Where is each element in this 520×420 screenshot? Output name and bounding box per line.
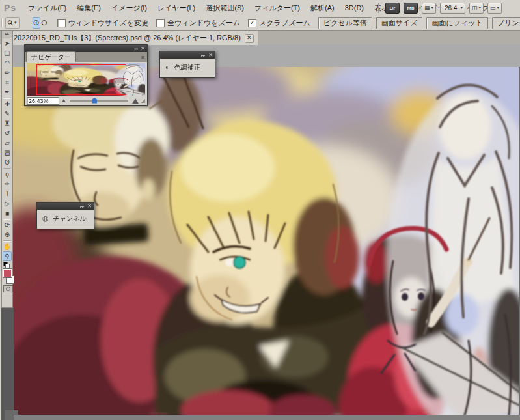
tools-separator: [3, 219, 11, 219]
screen-mode-button[interactable]: ▭ ▾: [487, 3, 502, 14]
close-icon[interactable]: ✕: [208, 53, 213, 58]
zoom-out-mountain-icon[interactable]: [62, 99, 66, 102]
chevron-down-icon: ▾: [14, 20, 17, 25]
path-selection-tool[interactable]: ▷: [2, 199, 12, 208]
move-tool[interactable]: ➤: [2, 38, 12, 48]
canvas-artwork[interactable]: [13, 67, 520, 415]
checkbox-icon[interactable]: [57, 19, 66, 27]
lasso-tool[interactable]: ◠: [2, 58, 12, 68]
tool-options-bar: ⚲ ▾ ⊕ ⊖ ウィンドウサイズを変更 全ウィンドウをズーム ✓ スクラブズーム…: [0, 16, 520, 31]
chevron-down-icon: ▾: [460, 5, 463, 10]
eraser-tool[interactable]: ▱: [2, 138, 12, 148]
channels-label: チャンネル: [53, 214, 87, 223]
adjustments-panel-header[interactable]: ▸▸ ✕: [160, 51, 215, 59]
navigator-zoom-input[interactable]: 26.43%: [27, 97, 59, 105]
eyedropper-tool[interactable]: ✒: [2, 87, 12, 97]
slider-thumb[interactable]: [92, 98, 97, 104]
menu-filter[interactable]: フィルター(T): [249, 0, 305, 16]
resize-windows-checkbox[interactable]: ウィンドウサイズを変更: [57, 18, 148, 28]
history-brush-tool[interactable]: ↺: [2, 128, 12, 138]
tools-panel: ▸▸ ➤ ▢ ◠ ✏ ⌗ ✒ ✚ ✎ ♜ ↺ ▱ ▧ ʘ ϙ ✑ T ▷ ■ ⟳…: [1, 30, 13, 308]
document-tab-bar: 20220915_RD_THs【3】(Spectres).psd @ 26.4%…: [0, 30, 520, 44]
brush-tool[interactable]: ✎: [2, 109, 12, 119]
collapse-icon[interactable]: ◂◂: [133, 47, 137, 51]
quick-selection-tool[interactable]: ✏: [2, 68, 12, 77]
navigator-thumbnail[interactable]: [27, 63, 145, 96]
tools-panel-grip[interactable]: ▸▸: [2, 31, 12, 38]
menu-image[interactable]: イメージ(I): [106, 0, 152, 16]
channels-panel-button[interactable]: ◍ チャンネル: [37, 210, 94, 227]
healing-brush-tool[interactable]: ✚: [2, 99, 12, 109]
tools-separator: [3, 168, 11, 169]
checkbox-label: スクラブズーム: [259, 18, 310, 28]
screen-mode-icon: ▭: [490, 5, 496, 11]
magnifier-icon: ⚲: [6, 18, 14, 27]
gradient-tool[interactable]: ▧: [2, 148, 12, 158]
clone-stamp-tool[interactable]: ♜: [2, 119, 12, 128]
menu-3d[interactable]: 3D(D): [340, 0, 369, 16]
adjustments-panel-button[interactable]: ◐ 色調補正: [160, 59, 215, 76]
3d-rotate-tool[interactable]: ⟳: [2, 220, 12, 230]
pen-tool[interactable]: ✑: [2, 179, 12, 189]
menu-file[interactable]: ファイル(F): [23, 0, 72, 16]
options-grip: [1, 18, 3, 27]
zoom-all-windows-checkbox[interactable]: 全ウィンドウをズーム: [156, 18, 240, 28]
checkbox-icon[interactable]: ✓: [248, 19, 256, 27]
collapse-icon[interactable]: ▸▸: [80, 204, 84, 208]
navigator-view-box[interactable]: [36, 64, 127, 95]
menu-analysis[interactable]: 解析(A): [305, 0, 340, 16]
shape-tool[interactable]: ■: [2, 208, 12, 218]
pasteboard-left-strip: [1, 308, 14, 420]
channels-panel-header[interactable]: ▸▸ ✕: [37, 203, 94, 210]
document-title: 20220915_RD_THs【3】(Spectres).psd @ 26.4%…: [14, 33, 241, 43]
current-tool-dropdown[interactable]: ⚲ ▾: [5, 17, 20, 29]
fill-screen-button[interactable]: 画面にフィット: [426, 17, 487, 29]
navigator-controls: 26.43% ◢: [25, 96, 147, 105]
scrubby-zoom-checkbox[interactable]: ✓ スクラブズーム: [248, 18, 310, 28]
document-tab[interactable]: 20220915_RD_THs【3】(Spectres).psd @ 26.4%…: [9, 31, 258, 45]
launch-mini-bridge-button[interactable]: Mb: [404, 3, 418, 14]
zoom-level-value[interactable]: 26.4: [443, 5, 459, 12]
zoom-level-control[interactable]: 26.4 ▾: [440, 3, 465, 14]
horizontal-scrollbar[interactable]: [14, 415, 520, 420]
close-icon[interactable]: ✕: [87, 204, 92, 209]
resize-grip-icon[interactable]: ◢: [141, 98, 145, 104]
quick-mask-button[interactable]: [3, 285, 13, 292]
menu-layer[interactable]: レイヤー(L): [152, 0, 200, 16]
navigator-zoom-slider[interactable]: [70, 100, 128, 102]
zoom-in-mountain-icon[interactable]: [132, 98, 139, 104]
menu-edit[interactable]: 編集(E): [72, 0, 106, 16]
fit-screen-button[interactable]: 画面サイズ: [376, 17, 423, 29]
dodge-tool[interactable]: ϙ: [2, 169, 12, 179]
navigator-tab[interactable]: ナビゲーター: [26, 51, 76, 62]
navigator-panel: ◂◂ ✕ ナビゲーター ≡ 26.43% ◢: [24, 44, 148, 106]
collapse-icon[interactable]: ▸▸: [201, 53, 205, 57]
close-icon[interactable]: ✕: [245, 34, 254, 43]
photoshop-logo: Ps: [4, 3, 16, 13]
actual-pixels-button[interactable]: ピクセル等倍: [318, 17, 372, 29]
zoom-out-button[interactable]: ⊖: [40, 17, 48, 29]
3d-orbit-tool[interactable]: ⊕: [2, 230, 12, 240]
crop-tool[interactable]: ⌗: [2, 77, 12, 87]
launch-bridge-button[interactable]: Br: [385, 3, 400, 14]
color-wells: [2, 261, 12, 292]
chevron-down-icon: ▾: [478, 5, 481, 10]
panel-menu-icon[interactable]: ≡: [141, 55, 144, 61]
foreground-color-swatch[interactable]: [3, 268, 12, 278]
zoom-in-button[interactable]: ⊕: [33, 17, 40, 29]
blur-tool[interactable]: ʘ: [2, 158, 12, 167]
marquee-tool[interactable]: ▢: [2, 48, 12, 58]
type-tool[interactable]: T: [2, 189, 12, 199]
chevron-down-icon: ▾: [431, 5, 433, 10]
view-extras-icon: ▦: [424, 5, 430, 11]
view-extras-button[interactable]: ▦ ▾: [422, 3, 436, 14]
menu-select[interactable]: 選択範囲(S): [200, 0, 249, 16]
print-size-button[interactable]: プリントサイズ: [492, 17, 520, 29]
checkbox-icon[interactable]: [156, 19, 165, 27]
default-colors-icon[interactable]: [3, 262, 9, 267]
zoom-tool[interactable]: ⚲: [3, 251, 12, 261]
tools-separator: [3, 240, 11, 241]
close-icon[interactable]: ✕: [141, 46, 145, 51]
hand-tool[interactable]: ✋: [2, 242, 12, 251]
arrange-documents-button[interactable]: ◫ ▾: [469, 3, 484, 14]
